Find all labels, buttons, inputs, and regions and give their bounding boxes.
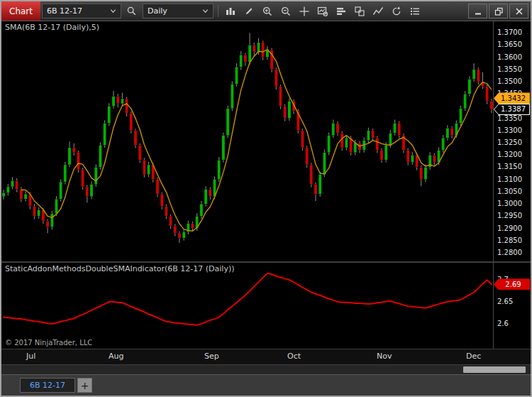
axis-tick-label: 1.3500 <box>497 77 522 86</box>
minimize-icon <box>473 6 483 16</box>
month-label: Dec <box>466 352 481 361</box>
instrument-dropdown[interactable]: 6B 12-17 <box>42 4 121 18</box>
zoom-out-button[interactable] <box>277 3 295 19</box>
interval-dropdown[interactable]: Daily <box>143 4 214 18</box>
chart-style-button[interactable] <box>221 3 240 19</box>
pencil-icon <box>243 6 255 17</box>
sma-indicator-label: SMA(6B 12-17 (Daily),5) <box>5 23 99 32</box>
axis-tick-label: 1.3150 <box>497 163 522 171</box>
axis-tick-label: 1.3550 <box>497 65 522 74</box>
axis-tick-label: 1.2900 <box>497 224 522 233</box>
axis-tick-label: 1.2950 <box>497 212 522 220</box>
restore-button[interactable] <box>489 4 508 18</box>
crosshair-button[interactable] <box>295 3 314 19</box>
axis-tick-label: 1.2800 <box>497 249 522 257</box>
horizontal-scrollbar[interactable] <box>1 364 531 374</box>
axis-tick-label: 1.3050 <box>497 187 522 196</box>
window-controls <box>467 1 531 21</box>
indicator-label: StaticAddonMethodsDoubleSMAIndicator(6B … <box>5 264 235 273</box>
bottom-tab-bar: 6B 12-17 + <box>1 374 531 396</box>
indicator-plot-area[interactable]: StaticAddonMethodsDoubleSMAIndicator(6B … <box>1 263 494 349</box>
window-title-tab[interactable]: Chart <box>1 1 40 21</box>
axis-tick-label: 1.3000 <box>497 200 522 208</box>
reload-icon <box>391 6 402 17</box>
axis-tick-label: 1.3200 <box>497 151 522 159</box>
chevron-down-icon <box>110 8 116 14</box>
axis-tick-label: 1.3250 <box>497 138 522 147</box>
instrument-search-button[interactable] <box>123 3 141 19</box>
axis-tick-label: 1.3600 <box>497 53 522 62</box>
toolbar: Chart 6B 12-17 Daily <box>1 1 531 21</box>
axis-tick-label: 1.3300 <box>497 126 522 135</box>
axis-tick-label: 2.6 <box>497 320 509 328</box>
drawing-tools-button[interactable] <box>240 3 258 19</box>
time-axis[interactable]: JulAugSepOctNovDec <box>1 349 531 364</box>
market-analyzer-button[interactable] <box>332 3 350 19</box>
tab-6b-12-17[interactable]: 6B 12-17 <box>20 378 75 393</box>
month-label: Sep <box>204 352 219 361</box>
axis-tick-label: 1.3350 <box>497 114 522 123</box>
copyright-text: © 2017 NinjaTrader, LLC <box>5 339 92 347</box>
axis-tick-label: 2.65 <box>497 298 513 306</box>
close-icon <box>514 6 524 16</box>
instrument-value: 6B 12-17 <box>47 6 82 16</box>
minimize-button[interactable] <box>468 4 487 18</box>
time-axis-labels: JulAugSepOctNovDec <box>1 349 494 364</box>
month-label: Aug <box>109 352 123 361</box>
chart-style-icon <box>225 6 236 17</box>
zoom-in-icon <box>262 6 273 17</box>
month-label: Jul <box>26 352 35 361</box>
scrollbar-thumb[interactable] <box>463 366 526 373</box>
price-plot-area[interactable]: SMA(6B 12-17 (Daily),5) <box>1 21 494 261</box>
indicator-value-marker: 2.69 <box>494 278 530 290</box>
chevron-down-icon <box>202 8 209 14</box>
axis-corner <box>494 349 531 364</box>
candlestick-canvas[interactable] <box>1 21 494 261</box>
data-box-icon <box>317 6 328 17</box>
indicator-pane: StaticAddonMethodsDoubleSMAIndicator(6B … <box>1 263 531 349</box>
price-axis[interactable]: 1.3432 1.3387 1.37001.36501.36001.35501.… <box>494 21 530 261</box>
zoom-in-button[interactable] <box>258 3 277 19</box>
horizontal-bars-icon <box>336 6 347 17</box>
axis-tick-label: 1.2850 <box>497 236 522 245</box>
axis-tick-label: 1.3700 <box>497 28 522 37</box>
search-icon <box>126 6 137 16</box>
axis-tick-label: 1.3100 <box>497 175 522 184</box>
indicator-canvas[interactable] <box>1 263 494 349</box>
month-label: Oct <box>287 352 301 361</box>
data-box-button[interactable] <box>314 3 332 19</box>
restore-icon <box>494 6 504 16</box>
trendline-button[interactable] <box>369 3 387 19</box>
zigzag-icon <box>372 6 384 17</box>
tile-windows-icon <box>354 6 365 17</box>
reload-button[interactable] <box>387 3 406 19</box>
add-tab-button[interactable]: + <box>77 378 92 393</box>
indicator-axis[interactable]: 2.69 2.72.652.6 <box>494 263 530 349</box>
price-pane: SMA(6B 12-17 (Daily),5) 1.3432 1.3387 1.… <box>1 21 531 261</box>
sma-value-marker: 1.3432 <box>494 92 530 104</box>
crosshair-icon <box>299 6 310 17</box>
interval-value: Daily <box>148 6 167 16</box>
properties-button[interactable] <box>406 3 424 19</box>
tile-windows-button[interactable] <box>350 3 369 19</box>
zoom-out-icon <box>280 6 292 17</box>
list-icon <box>409 6 421 17</box>
month-label: Nov <box>377 352 392 361</box>
last-price-marker: 1.3387 <box>494 104 530 115</box>
close-button[interactable] <box>509 4 528 18</box>
chart-window: Chart 6B 12-17 Daily <box>0 0 532 397</box>
toolbar-separator <box>218 5 218 17</box>
axis-tick-label: 1.3650 <box>497 40 522 49</box>
